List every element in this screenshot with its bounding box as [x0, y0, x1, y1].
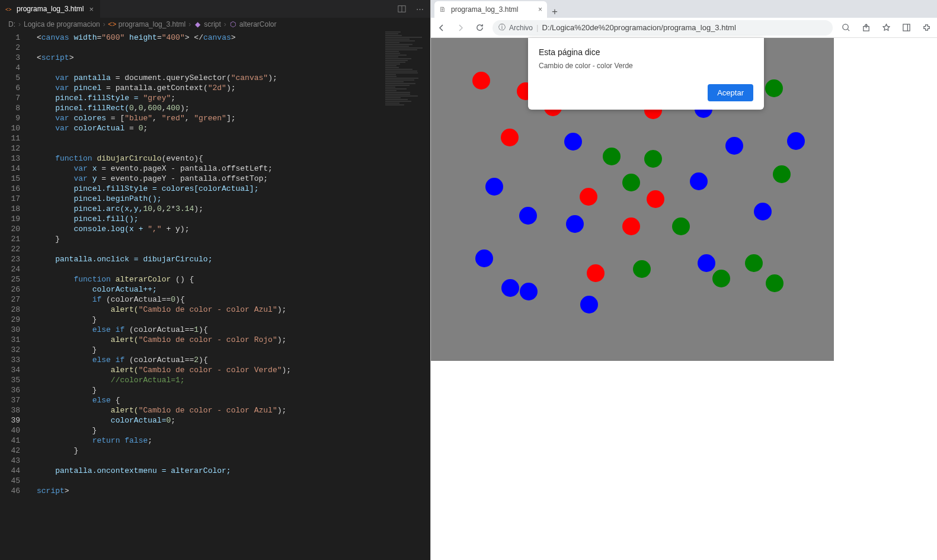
breadcrumb-segment[interactable]: Logica de programacion — [24, 20, 100, 28]
canvas-circle — [773, 165, 791, 183]
zoom-icon[interactable] — [840, 22, 852, 34]
new-tab-button[interactable]: + — [547, 6, 562, 18]
accept-button[interactable]: Aceptar — [708, 84, 753, 101]
editor-tab-name: programa_log_3.html — [17, 5, 84, 13]
canvas-circle — [472, 72, 490, 89]
canvas-circle — [712, 270, 730, 287]
canvas-circle — [633, 260, 651, 278]
editor-right-controls: ⋯ — [397, 4, 430, 14]
breadcrumb-segment[interactable]: <>programa_log_3.html — [108, 20, 186, 28]
canvas-circle — [566, 215, 584, 233]
canvas-circle — [754, 203, 772, 220]
forward-button[interactable] — [455, 22, 466, 34]
address-prefix: Archivo — [509, 24, 533, 32]
breadcrumb-segment[interactable]: D: — [8, 20, 15, 28]
browser-tab[interactable]: 🗎 programa_log_3.html × — [434, 1, 547, 18]
back-button[interactable] — [436, 22, 447, 34]
info-icon[interactable]: ⓘ — [498, 23, 506, 33]
extensions-icon[interactable] — [920, 22, 932, 34]
canvas-circle — [766, 274, 784, 292]
breadcrumb-segment[interactable]: ◆script — [194, 20, 221, 28]
canvas-circle — [622, 174, 640, 191]
canvas-circle — [580, 188, 597, 206]
canvas-circle — [519, 207, 537, 225]
canvas-circle — [644, 150, 662, 168]
close-icon[interactable]: × — [87, 5, 95, 14]
svg-text:<>: <> — [5, 6, 11, 12]
code-content[interactable]: <canvas width="600" height="400"> </canv… — [28, 31, 430, 560]
star-icon[interactable] — [880, 22, 892, 34]
svg-rect-5 — [903, 24, 909, 31]
browser-toolbar: ⓘ Archivo | D:/Logica%20de%20programacio… — [431, 18, 937, 38]
browser-tool-icons — [840, 22, 932, 34]
minimap[interactable] — [383, 31, 430, 102]
canvas-circle — [475, 249, 493, 267]
canvas-circle — [603, 148, 621, 165]
browser-content: Esta página dice Cambio de color - color… — [431, 38, 937, 560]
canvas-circle — [564, 133, 582, 151]
line-gutter: 1234567891011121314151617181920212223242… — [0, 31, 28, 560]
canvas-circle — [725, 137, 743, 155]
canvas-circle — [698, 254, 715, 272]
canvas-circle — [647, 190, 664, 208]
editor-pane: <> programa_log_3.html × ⋯ D:› Logica de… — [0, 0, 430, 560]
canvas-circle — [787, 132, 805, 150]
dialog-title: Esta página dice — [539, 47, 753, 57]
alert-dialog: Esta página dice Cambio de color - color… — [528, 38, 764, 110]
browser-tab-strip: 🗎 programa_log_3.html × + — [431, 0, 937, 18]
canvas-circle — [672, 217, 690, 235]
canvas-circle — [690, 172, 708, 190]
page-icon: 🗎 — [439, 5, 446, 14]
canvas-circle — [580, 296, 598, 313]
svg-point-3 — [842, 24, 848, 30]
canvas-circle — [765, 79, 783, 97]
dialog-message: Cambio de color - color Verde — [539, 62, 753, 70]
browser-pane: 🗎 programa_log_3.html × + ⓘ Archivo | D:… — [430, 0, 937, 560]
canvas-circle — [622, 217, 640, 235]
canvas-circle — [520, 283, 538, 300]
address-bar[interactable]: ⓘ Archivo | D:/Logica%20de%20programacio… — [493, 20, 833, 36]
canvas-circle — [485, 178, 503, 196]
close-icon[interactable]: × — [538, 5, 542, 14]
canvas-circle — [501, 129, 519, 146]
canvas-circle — [745, 254, 763, 272]
canvas-circle — [587, 264, 605, 282]
reload-button[interactable] — [474, 22, 485, 34]
panel-icon[interactable] — [900, 22, 912, 34]
editor-tab-bar: <> programa_log_3.html × ⋯ — [0, 0, 430, 18]
split-editor-icon[interactable] — [397, 4, 407, 14]
code-editor[interactable]: 1234567891011121314151617181920212223242… — [0, 31, 430, 560]
address-url: D:/Logica%20de%20programacion/programa_l… — [542, 23, 735, 32]
share-icon[interactable] — [860, 22, 872, 34]
more-icon[interactable]: ⋯ — [415, 4, 424, 14]
canvas-circle — [501, 279, 519, 297]
browser-tab-title: programa_log_3.html — [451, 5, 518, 14]
editor-tab[interactable]: <> programa_log_3.html × — [0, 0, 100, 18]
breadcrumb-segment[interactable]: ⬡alterarColor — [229, 20, 277, 28]
html-file-icon: <> — [5, 5, 13, 13]
breadcrumb[interactable]: D:› Logica de programacion› <>programa_l… — [0, 18, 430, 31]
